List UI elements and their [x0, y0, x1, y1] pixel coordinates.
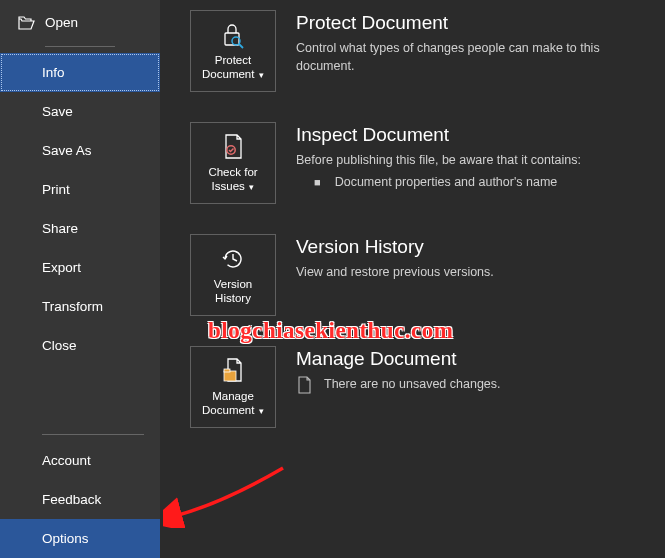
section-text: Before publishing this file, be aware th… [296, 152, 645, 170]
document-check-icon [220, 133, 246, 161]
chevron-down-icon: ▾ [247, 182, 255, 192]
section-title: Inspect Document [296, 124, 645, 146]
folder-open-icon [18, 16, 35, 30]
sidebar-item-save-as[interactable]: Save As [0, 131, 160, 170]
sidebar-item-save[interactable]: Save [0, 92, 160, 131]
sidebar-label: Feedback [42, 492, 101, 507]
sidebar-label: Save As [42, 143, 92, 158]
check-for-issues-button[interactable]: Check for Issues ▾ [190, 122, 276, 204]
info-panel: Protect Document ▾ Protect Document Cont… [160, 0, 665, 558]
inspect-document-section: Check for Issues ▾ Inspect Document Befo… [190, 122, 645, 204]
section-title: Manage Document [296, 348, 645, 370]
section-title: Version History [296, 236, 645, 258]
section-title: Protect Document [296, 12, 645, 34]
tile-label: Manage Document ▾ [195, 389, 271, 418]
sidebar-label: Print [42, 182, 70, 197]
manage-document-button[interactable]: Manage Document ▾ [190, 346, 276, 428]
lock-search-icon [219, 21, 247, 49]
sidebar-label: Info [42, 65, 65, 80]
sidebar-item-feedback[interactable]: Feedback [0, 480, 160, 519]
file-menu-sidebar: Open Info Save Save As Print Share Expor… [0, 0, 160, 558]
sidebar-label: Account [42, 453, 91, 468]
sidebar-label: Transform [42, 299, 103, 314]
svg-rect-4 [224, 371, 236, 381]
bullet-text: Document properties and author's name [335, 174, 558, 192]
bullet-item: ■ Document properties and author's name [296, 174, 645, 192]
bullet-icon: ■ [314, 174, 321, 191]
svg-rect-5 [224, 369, 230, 372]
history-icon [219, 245, 247, 273]
sidebar-item-account[interactable]: Account [0, 441, 160, 480]
tile-label: Check for Issues ▾ [195, 165, 271, 194]
version-history-button[interactable]: Version History [190, 234, 276, 316]
sidebar-label: Export [42, 260, 81, 275]
version-history-section: Version History Version History View and… [190, 234, 645, 316]
protect-document-button[interactable]: Protect Document ▾ [190, 10, 276, 92]
sidebar-item-print[interactable]: Print [0, 170, 160, 209]
tile-label: Protect Document ▾ [195, 53, 271, 82]
sidebar-label: Save [42, 104, 73, 119]
sidebar-item-options[interactable]: Options [0, 519, 160, 558]
manage-document-section: Manage Document ▾ Manage Document There … [190, 346, 645, 428]
sidebar-item-close[interactable]: Close [0, 326, 160, 365]
sidebar-item-info[interactable]: Info [0, 53, 160, 92]
sidebar-label: Open [45, 15, 78, 30]
sidebar-label: Options [42, 531, 89, 546]
sidebar-item-open[interactable]: Open [0, 5, 160, 40]
section-text: Control what types of changes people can… [296, 40, 645, 75]
chevron-down-icon: ▾ [256, 406, 264, 416]
protect-document-section: Protect Document ▾ Protect Document Cont… [190, 10, 645, 92]
sidebar-label: Share [42, 221, 78, 236]
chevron-down-icon: ▾ [256, 70, 264, 80]
sidebar-item-export[interactable]: Export [0, 248, 160, 287]
tile-label: Version History [195, 277, 271, 306]
document-small-icon [296, 376, 312, 394]
sidebar-item-share[interactable]: Share [0, 209, 160, 248]
svg-line-2 [239, 44, 243, 48]
sidebar-label: Close [42, 338, 77, 353]
document-folder-icon [219, 357, 247, 385]
divider [45, 46, 115, 47]
sidebar-item-transform[interactable]: Transform [0, 287, 160, 326]
section-text: View and restore previous versions. [296, 264, 645, 282]
section-text: There are no unsaved changes. [324, 376, 501, 394]
divider [42, 434, 144, 435]
